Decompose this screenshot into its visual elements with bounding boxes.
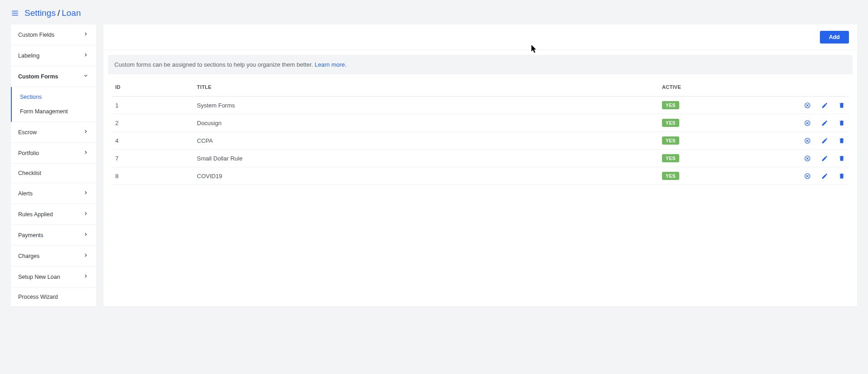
th-title: TITLE: [193, 79, 658, 97]
sidebar-item-charges[interactable]: Charges: [11, 246, 96, 267]
cell-active: YES: [658, 97, 785, 114]
th-actions: [785, 79, 849, 97]
menu-icon[interactable]: [11, 9, 19, 17]
delete-icon[interactable]: [838, 102, 845, 109]
sidebar-item-portfolio[interactable]: Portfolio: [11, 143, 96, 164]
sidebar-item-label: Setup New Loan: [18, 274, 60, 280]
cell-title: CCPA: [193, 132, 658, 150]
breadcrumb-leaf[interactable]: Loan: [62, 8, 81, 18]
cell-id: 4: [112, 132, 193, 150]
sidebar-item-rules-applied[interactable]: Rules Applied: [11, 204, 96, 225]
sidebar-item-label: Alerts: [18, 190, 33, 197]
sidebar-subitem-sections[interactable]: Sections: [12, 90, 96, 104]
deactivate-icon[interactable]: [804, 102, 811, 109]
sidebar-item-payments[interactable]: Payments: [11, 225, 96, 246]
chevron-right-icon: [83, 128, 89, 136]
table-row: 2DocusignYES: [112, 114, 849, 132]
table-row: 4CCPAYES: [112, 132, 849, 150]
sidebar-item-label: Charges: [18, 253, 39, 259]
sidebar: Custom FieldsLabelingCustom FormsSection…: [11, 24, 96, 306]
cell-active: YES: [658, 150, 785, 167]
main-header: Add: [103, 24, 857, 50]
edit-icon[interactable]: [821, 119, 828, 126]
sidebar-item-custom-fields[interactable]: Custom Fields: [11, 24, 96, 45]
cell-active: YES: [658, 132, 785, 150]
table-row: 7Small Dollar RuleYES: [112, 150, 849, 167]
active-badge: YES: [662, 119, 679, 127]
sidebar-item-label: Payments: [18, 232, 44, 238]
sidebar-item-label: Process Wizard: [18, 294, 58, 300]
deactivate-icon[interactable]: [804, 137, 811, 144]
sidebar-item-label: Custom Fields: [18, 32, 54, 38]
info-banner-dot: .: [345, 61, 347, 68]
delete-icon[interactable]: [838, 137, 845, 144]
sidebar-item-label: Checklist: [18, 170, 41, 176]
sidebar-item-label: Escrow: [18, 129, 37, 136]
edit-icon[interactable]: [821, 172, 828, 180]
sidebar-item-setup-new-loan[interactable]: Setup New Loan: [11, 267, 96, 287]
info-banner: Custom forms can be assigned to sections…: [108, 55, 853, 74]
delete-icon[interactable]: [838, 155, 845, 162]
chevron-right-icon: [83, 231, 89, 239]
main-panel: Add Custom forms can be assigned to sect…: [103, 24, 857, 306]
info-banner-text: Custom forms can be assigned to sections…: [114, 61, 315, 68]
sidebar-sublist: SectionsForm Management: [11, 87, 96, 122]
deactivate-icon[interactable]: [804, 172, 811, 180]
edit-icon[interactable]: [821, 102, 828, 109]
cell-id: 1: [112, 97, 193, 114]
add-button[interactable]: Add: [820, 31, 849, 44]
deactivate-icon[interactable]: [804, 155, 811, 162]
active-badge: YES: [662, 136, 679, 145]
edit-icon[interactable]: [821, 155, 828, 162]
cell-title: System Forms: [193, 97, 658, 114]
sidebar-item-labeling[interactable]: Labeling: [11, 45, 96, 66]
sidebar-item-label: Labeling: [18, 53, 39, 59]
cell-title: Docusign: [193, 114, 658, 132]
table-row: 1System FormsYES: [112, 97, 849, 114]
chevron-right-icon: [83, 52, 89, 59]
chevron-right-icon: [83, 149, 89, 157]
chevron-right-icon: [83, 273, 89, 281]
sidebar-item-alerts[interactable]: Alerts: [11, 183, 96, 204]
breadcrumb-root[interactable]: Settings: [25, 8, 56, 18]
cell-active: YES: [658, 167, 785, 185]
cell-id: 7: [112, 150, 193, 167]
cell-title: Small Dollar Rule: [193, 150, 658, 167]
sidebar-item-checklist[interactable]: Checklist: [11, 164, 96, 183]
sidebar-item-label: Rules Applied: [18, 211, 53, 218]
breadcrumb: Settings / Loan: [11, 0, 857, 24]
sidebar-item-escrow[interactable]: Escrow: [11, 122, 96, 143]
edit-icon[interactable]: [821, 137, 828, 144]
table-row: 8COVID19YES: [112, 167, 849, 185]
chevron-down-icon: [83, 73, 89, 80]
cell-id: 8: [112, 167, 193, 185]
chevron-right-icon: [83, 31, 89, 39]
chevron-right-icon: [83, 189, 89, 197]
deactivate-icon[interactable]: [804, 119, 811, 126]
sidebar-item-label: Custom Forms: [18, 73, 58, 80]
th-id: ID: [112, 79, 193, 97]
active-badge: YES: [662, 154, 679, 162]
active-badge: YES: [662, 101, 679, 109]
th-active: ACTIVE: [658, 79, 785, 97]
sidebar-item-label: Portfolio: [18, 150, 39, 156]
sidebar-item-process-wizard[interactable]: Process Wizard: [11, 287, 96, 306]
breadcrumb-sep: /: [58, 8, 60, 18]
chevron-right-icon: [83, 252, 89, 260]
learn-more-link[interactable]: Learn more: [315, 61, 345, 68]
delete-icon[interactable]: [838, 119, 845, 126]
cell-active: YES: [658, 114, 785, 132]
chevron-right-icon: [83, 210, 89, 218]
sections-table: ID TITLE ACTIVE 1System FormsYES2Docusig…: [112, 79, 849, 185]
sidebar-subitem-form-management[interactable]: Form Management: [12, 104, 96, 119]
cell-title: COVID19: [193, 167, 658, 185]
active-badge: YES: [662, 172, 679, 180]
delete-icon[interactable]: [838, 172, 845, 180]
sidebar-item-custom-forms[interactable]: Custom Forms: [11, 66, 96, 87]
cell-id: 2: [112, 114, 193, 132]
